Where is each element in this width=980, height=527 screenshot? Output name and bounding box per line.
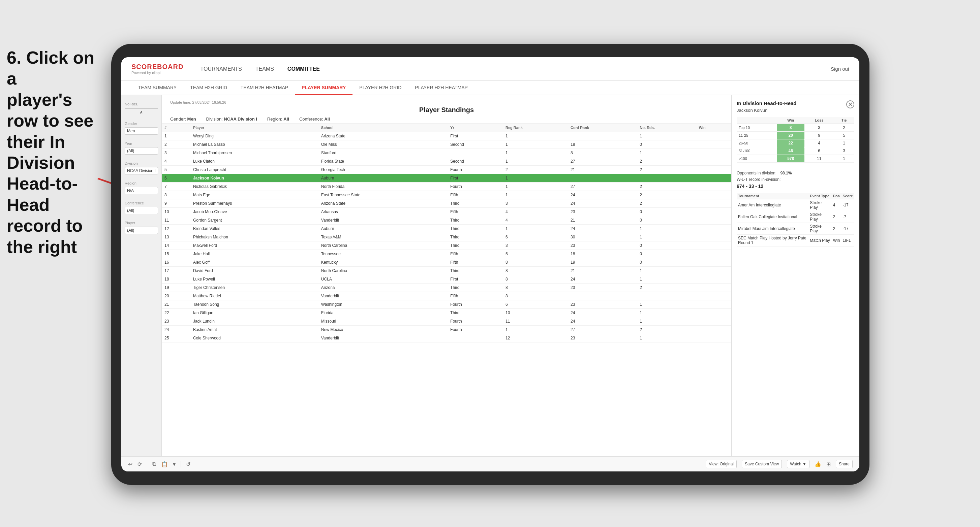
conference-filter: Conference: All: [299, 116, 330, 122]
sub-nav-player-h2h-grid[interactable]: PLAYER H2H GRID: [353, 81, 408, 95]
sidebar-gender-value[interactable]: Men: [125, 127, 158, 135]
table-row[interactable]: 8 Mats Ege East Tennessee State Fifth 1 …: [162, 191, 731, 199]
h2h-separator: [737, 168, 854, 168]
table-row[interactable]: 24 Bastien Amat New Mexico Fourth 1 27 2: [162, 325, 731, 334]
cell-school: Kentucky: [318, 258, 447, 267]
paste-icon[interactable]: 📋: [161, 461, 168, 467]
table-row[interactable]: 12 Brendan Valles Auburn Third 1 24 1: [162, 225, 731, 233]
cell-rds: 1: [637, 334, 696, 343]
sidebar-conference-value[interactable]: (All): [125, 207, 158, 214]
h2h-loss-val: 9: [804, 132, 834, 140]
toolbar-divider-2: [181, 461, 181, 467]
table-row[interactable]: 14 Maxwell Ford North Carolina Third 3 2…: [162, 241, 731, 250]
copy-icon[interactable]: ⧉: [152, 461, 156, 467]
cell-player: Maxwell Ford: [190, 241, 318, 250]
table-row[interactable]: 2 Michael La Sasso Ole Miss Second 1 18 …: [162, 140, 731, 149]
cell-school: Tennessee: [318, 250, 447, 258]
h2h-wlt-value: 674 - 33 - 12: [737, 184, 854, 189]
sub-nav-player-h2h-heatmap[interactable]: PLAYER H2H HEATMAP: [408, 81, 474, 95]
table-row[interactable]: 17 David Ford North Carolina Third 8 21 …: [162, 267, 731, 275]
save-custom-button[interactable]: Save Custom View: [742, 460, 782, 468]
cell-win: [696, 225, 731, 233]
cell-reg: 1: [503, 157, 568, 166]
tournament-table: Tournament Event Type Pos Score Amer Am …: [737, 193, 854, 246]
table-row[interactable]: 9 Preston Summerhays Arizona State Third…: [162, 199, 731, 208]
table-row[interactable]: 25 Cole Sherwood Vanderbilt 12 23 1: [162, 334, 731, 343]
share-button[interactable]: Share: [836, 460, 853, 468]
table-row[interactable]: 10 Jacob Mou-Oleave Arkansas Fifth 4 23 …: [162, 208, 731, 216]
cell-reg: 11: [503, 317, 568, 325]
cell-rds: [637, 174, 696, 183]
cell-rds: 0: [637, 250, 696, 258]
sidebar-year-value[interactable]: (All): [125, 147, 158, 155]
cell-school: Vanderbilt: [318, 334, 447, 343]
sub-nav-team-summary[interactable]: TEAM SUMMARY: [131, 81, 183, 95]
table-row[interactable]: 23 Jack Lundin Missouri Fourth 11 24 1: [162, 317, 731, 325]
h2h-wlt-label: W-L-T record in-division:: [737, 177, 854, 182]
sub-nav-team-h2h-grid[interactable]: TEAM H2H GRID: [183, 81, 234, 95]
sign-out-button[interactable]: Sign out: [831, 66, 849, 72]
cell-yr: First: [447, 275, 503, 284]
refresh-icon[interactable]: ↺: [186, 461, 190, 467]
table-row[interactable]: 21 Taehoon Song Washington Fourth 6 23 1: [162, 300, 731, 309]
sidebar-region-value[interactable]: N/A: [125, 187, 158, 194]
more-icon[interactable]: ▾: [173, 461, 176, 467]
table-row[interactable]: 19 Tiger Christensen Arizona Third 8 23 …: [162, 284, 731, 292]
nav-teams[interactable]: TEAMS: [255, 64, 274, 74]
cell-conf: 27: [568, 325, 637, 334]
col-reg-rank: Reg Rank: [503, 124, 568, 132]
sub-nav-team-h2h-heatmap[interactable]: TEAM H2H HEATMAP: [234, 81, 295, 95]
tournament-row: Mirabel Maui Jim Intercollegiate Stroke …: [737, 223, 854, 235]
cell-player: Preston Summerhays: [190, 199, 318, 208]
table-row[interactable]: 3 Michael Thorbjornsen Stanford 1 8 1: [162, 149, 731, 157]
h2h-close-button[interactable]: ✕: [846, 100, 854, 108]
table-row[interactable]: 6 Jackson Koivun Auburn First 1: [162, 174, 731, 183]
thumbsup-icon[interactable]: 👍: [815, 461, 821, 467]
cell-yr: Fourth: [447, 166, 503, 174]
sidebar-division: Division NCAA Division I: [125, 161, 158, 175]
table-row[interactable]: 18 Luke Powell UCLA First 8 24 1: [162, 275, 731, 284]
table-row[interactable]: 20 Matthew Riedel Vanderbilt Fifth 8: [162, 292, 731, 300]
cell-conf: 27: [568, 157, 637, 166]
cell-rds: 0: [637, 140, 696, 149]
col-school: School: [318, 124, 447, 132]
undo-icon[interactable]: ↩: [128, 461, 132, 467]
cell-rds: 2: [637, 183, 696, 191]
h2h-row: 51-100 46 6 3: [737, 147, 854, 155]
cell-school: Missouri: [318, 317, 447, 325]
brand-title: SCOREBOARD: [131, 63, 183, 71]
cell-conf: 24: [568, 309, 637, 317]
cell-school: North Carolina: [318, 241, 447, 250]
table-row[interactable]: 22 Ian Gilligan Florida Third 10 24 1: [162, 309, 731, 317]
nav-tournaments[interactable]: TOURNAMENTS: [200, 64, 242, 74]
nav-committee[interactable]: COMMITTEE: [288, 64, 320, 74]
table-row[interactable]: 16 Alex Goff Kentucky Fifth 8 19 0: [162, 258, 731, 267]
cell-reg: 8: [503, 258, 568, 267]
table-row[interactable]: 4 Luke Claton Florida State Second 1 27 …: [162, 157, 731, 166]
cell-yr: Fifth: [447, 292, 503, 300]
col-yr: Yr: [447, 124, 503, 132]
cell-conf: 24: [568, 317, 637, 325]
sub-nav-player-summary[interactable]: PLAYER SUMMARY: [295, 81, 353, 95]
watch-button[interactable]: Watch ▼: [787, 460, 810, 468]
cell-win: [696, 140, 731, 149]
cell-rds: [637, 292, 696, 300]
table-row[interactable]: 7 Nicholas Gabrelcik North Florida Fourt…: [162, 183, 731, 191]
table-row[interactable]: 1 Wenyi Ding Arizona State First 1 1: [162, 132, 731, 140]
cell-yr: First: [447, 132, 503, 140]
sidebar-division-value[interactable]: NCAA Division I: [125, 167, 158, 175]
cell-conf: 24: [568, 225, 637, 233]
sidebar-player-value[interactable]: (All): [125, 227, 158, 234]
view-original-button[interactable]: View: Original: [706, 460, 737, 468]
cell-conf: 23: [568, 208, 637, 216]
sidebar-no-rds-slider[interactable]: [125, 108, 158, 109]
table-row[interactable]: 5 Christo Lamprecht Georgia Tech Fourth …: [162, 166, 731, 174]
h2h-tie-val: 2: [834, 124, 854, 132]
table-row[interactable]: 13 Phichaksn Maichon Texas A&M Third 6 3…: [162, 233, 731, 241]
cell-reg: 4: [503, 216, 568, 225]
redo-icon[interactable]: ⟳: [137, 461, 142, 467]
grid-icon[interactable]: ⊞: [826, 461, 831, 467]
cell-conf: 23: [568, 284, 637, 292]
table-row[interactable]: 11 Gordon Sargent Vanderbilt Third 4 21 …: [162, 216, 731, 225]
table-row[interactable]: 15 Jake Hall Tennessee Fifth 5 18 0: [162, 250, 731, 258]
